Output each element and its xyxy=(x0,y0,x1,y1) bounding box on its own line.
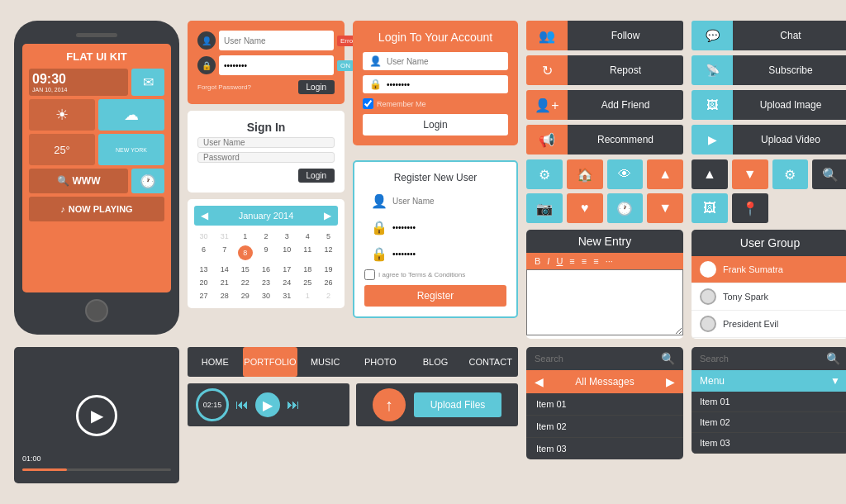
forgot-password-link[interactable]: Forgot Password? xyxy=(197,83,251,91)
calendar-day-21[interactable]: 21 xyxy=(215,277,234,288)
calendar-day-6[interactable]: 6 xyxy=(194,244,213,262)
calendar-day-3[interactable]: 3 xyxy=(278,231,297,242)
calendar-day-24[interactable]: 24 xyxy=(278,277,297,288)
chevron-up-icon-2[interactable]: ▲ xyxy=(692,159,728,189)
calendar-day-1[interactable]: 1 xyxy=(235,231,254,242)
calendar-prev-button[interactable]: ◀ xyxy=(201,210,208,221)
register-confirm-input[interactable] xyxy=(392,250,500,259)
repost-button-row[interactable]: ↻ Repost xyxy=(526,55,683,85)
bold-button[interactable]: B xyxy=(533,256,542,266)
upload-files-button[interactable]: Upload Files xyxy=(414,392,502,417)
calendar-day-15[interactable]: 15 xyxy=(235,264,254,275)
chat-button-row[interactable]: 💬 Chat xyxy=(692,21,846,50)
calendar-day-11[interactable]: 11 xyxy=(298,244,317,262)
calendar-day-8[interactable]: 8 xyxy=(235,244,254,262)
chevron-down-icon-btn[interactable]: ▼ xyxy=(647,193,683,223)
calendar-day-1[interactable]: 1 xyxy=(298,290,317,302)
message-item[interactable]: Item 01 xyxy=(526,393,683,416)
calendar-day-26[interactable]: 26 xyxy=(319,277,338,288)
audio-play-button[interactable]: ▶ xyxy=(255,392,280,417)
calendar-day-20[interactable]: 20 xyxy=(194,277,213,288)
upload-image-button-row[interactable]: 🖼 Upload Image xyxy=(692,90,846,120)
password-input[interactable] xyxy=(219,55,334,75)
home-icon-btn[interactable]: 🏠 xyxy=(567,159,603,189)
remember-checkbox[interactable] xyxy=(363,98,373,109)
phone-music[interactable]: ♪ NOW PLAYING xyxy=(29,197,164,221)
audio-prev-button[interactable]: ⏮ xyxy=(235,397,249,412)
username-input[interactable] xyxy=(219,31,334,50)
add-friend-button-row[interactable]: 👤+ Add Friend xyxy=(526,90,683,120)
messages-prev-button[interactable]: ◀ xyxy=(535,375,544,388)
calendar-day-25[interactable]: 25 xyxy=(298,277,317,288)
chevron-down-icon-2[interactable]: ▼ xyxy=(732,159,768,189)
calendar-day-27[interactable]: 27 xyxy=(194,290,213,302)
user-item[interactable]: Tony Spark xyxy=(692,283,846,311)
settings-icon-2[interactable]: ⚙ xyxy=(772,159,809,189)
terms-checkbox[interactable] xyxy=(364,269,375,280)
calendar-day-23[interactable]: 23 xyxy=(256,277,275,288)
menu-item[interactable]: Item 01 xyxy=(692,392,846,412)
calendar-next-button[interactable]: ▶ xyxy=(324,210,331,221)
nav-item-contact[interactable]: CONTACT xyxy=(463,347,518,377)
nav-item-photo[interactable]: PHOTO xyxy=(353,347,408,377)
menu-item[interactable]: Item 02 xyxy=(692,412,846,433)
message-item[interactable]: Item 02 xyxy=(526,416,683,438)
nav-item-music[interactable]: MUSIC xyxy=(297,347,353,377)
register-password-input[interactable] xyxy=(392,223,500,232)
italic-button[interactable]: I xyxy=(545,256,551,266)
settings-icon-btn[interactable]: ⚙ xyxy=(526,159,563,189)
sign-in-username[interactable] xyxy=(197,137,335,148)
calendar-day-10[interactable]: 10 xyxy=(278,244,297,262)
calendar-day-2[interactable]: 2 xyxy=(256,231,275,242)
upload-video-button-row[interactable]: ▶ Upload Video xyxy=(692,125,846,155)
calendar-day-31[interactable]: 31 xyxy=(215,231,234,242)
nav-item-home[interactable]: HOME xyxy=(188,347,243,377)
calendar-day-30[interactable]: 30 xyxy=(194,231,213,242)
underline-button[interactable]: U xyxy=(554,256,564,266)
calendar-day-31[interactable]: 31 xyxy=(278,290,297,302)
chevron-up-icon-btn[interactable]: ▲ xyxy=(647,159,683,189)
messages-next-button[interactable]: ▶ xyxy=(666,375,675,388)
calendar-day-19[interactable]: 19 xyxy=(319,264,338,275)
message-item[interactable]: Item 03 xyxy=(526,438,683,459)
calendar-day-5[interactable]: 5 xyxy=(319,231,338,242)
calendar-day-30[interactable]: 30 xyxy=(256,290,275,302)
calendar-day-14[interactable]: 14 xyxy=(215,264,234,275)
follow-button-row[interactable]: 👥 Follow xyxy=(526,21,683,50)
eye-icon-btn[interactable]: 👁 xyxy=(607,159,644,189)
user-group-search-input[interactable] xyxy=(700,354,821,364)
login-account-username-input[interactable] xyxy=(387,57,501,66)
user-item[interactable]: Frank Sumatra xyxy=(692,256,846,283)
calendar-day-17[interactable]: 17 xyxy=(278,264,297,275)
calendar-day-4[interactable]: 4 xyxy=(298,231,317,242)
messages-search-input[interactable] xyxy=(535,354,656,364)
entry-textarea[interactable] xyxy=(526,269,683,335)
calendar-day-2[interactable]: 2 xyxy=(319,290,338,302)
video-progress-bar[interactable] xyxy=(22,468,171,471)
search-icon-btn[interactable]: 🔍 xyxy=(812,159,846,189)
align-center-button[interactable]: ≡ xyxy=(580,256,588,266)
calendar-day-12[interactable]: 12 xyxy=(319,244,338,262)
login-account-button[interactable]: Login xyxy=(363,114,508,136)
calendar-day-13[interactable]: 13 xyxy=(194,264,213,275)
recommend-button-row[interactable]: 📢 Recommend xyxy=(526,125,683,155)
video-play-button[interactable]: ▶ xyxy=(76,395,117,436)
audio-next-button[interactable]: ⏭ xyxy=(287,397,300,412)
subscribe-button-row[interactable]: 📡 Subscribe xyxy=(692,55,846,85)
location-icon-btn[interactable]: 📍 xyxy=(732,193,768,223)
login-account-password-input[interactable] xyxy=(387,80,501,89)
sign-in-password[interactable] xyxy=(197,152,335,163)
nav-item-blog[interactable]: BLOG xyxy=(408,347,463,377)
sign-in-login-button[interactable]: Login xyxy=(298,169,335,183)
calendar-day-22[interactable]: 22 xyxy=(235,277,254,288)
register-button[interactable]: Register xyxy=(364,285,506,307)
user-item[interactable]: President Evil xyxy=(692,311,846,338)
calendar-day-9[interactable]: 9 xyxy=(256,244,275,262)
align-left-button[interactable]: ≡ xyxy=(568,256,576,266)
more-options-button[interactable]: ··· xyxy=(604,256,615,266)
image-icon-btn[interactable]: 🖼 xyxy=(692,193,728,223)
heart-icon-btn[interactable]: ♥ xyxy=(567,193,603,223)
calendar-day-7[interactable]: 7 xyxy=(215,244,234,262)
login-button-top[interactable]: Login xyxy=(298,80,335,94)
clock-icon-btn[interactable]: 🕐 xyxy=(607,193,644,223)
